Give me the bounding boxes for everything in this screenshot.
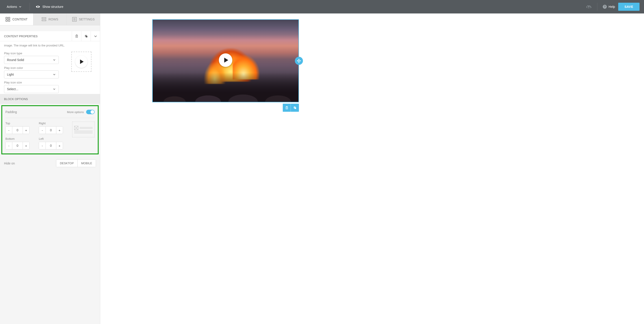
- collapse-button[interactable]: [90, 31, 100, 41]
- padding-top-label: Top: [6, 122, 31, 125]
- content-properties-header: CONTENT PROPERTIES: [0, 31, 100, 41]
- show-structure-label: Show structure: [42, 5, 63, 9]
- play-icon-size-value: Select...: [7, 87, 18, 91]
- padding-top-stepper: - +: [6, 126, 30, 134]
- play-button-overlay[interactable]: [219, 53, 232, 67]
- play-icon-size-select[interactable]: Select...: [4, 85, 59, 93]
- cloud-upload-icon[interactable]: [586, 5, 592, 9]
- content-properties-title: CONTENT PROPERTIES: [4, 35, 72, 38]
- padding-left-label: Left: [39, 137, 64, 140]
- show-structure-toggle[interactable]: Show structure: [36, 5, 63, 9]
- svg-rect-5: [42, 18, 46, 19]
- play-icon-type-value: Round Solid: [7, 58, 24, 62]
- tab-settings[interactable]: SETTINGS: [67, 14, 100, 25]
- increment-button[interactable]: +: [56, 142, 63, 149]
- tab-content-label: CONTENT: [12, 18, 28, 21]
- sidebar: CONTENT ROWS SETTINGS CONTENT PROPERTIES…: [0, 14, 100, 324]
- svg-rect-1: [6, 17, 8, 19]
- sidebar-tabs: CONTENT ROWS SETTINGS: [0, 14, 100, 25]
- padding-bottom-stepper: - +: [6, 142, 30, 149]
- play-circle-icon: [75, 56, 88, 68]
- decrement-button[interactable]: -: [39, 142, 46, 149]
- video-block[interactable]: [152, 19, 299, 102]
- play-icon-type-label: Play icon type: [4, 52, 68, 55]
- tab-rows[interactable]: ROWS: [34, 14, 67, 25]
- svg-rect-14: [294, 107, 296, 109]
- svg-rect-2: [8, 17, 10, 19]
- svg-point-0: [37, 6, 38, 8]
- padding-right-input[interactable]: [46, 127, 56, 134]
- help-label: Help: [608, 5, 615, 9]
- tab-rows-label: ROWS: [48, 18, 58, 21]
- layout-preview-icon: [72, 122, 95, 137]
- play-icon-preview: [71, 52, 92, 72]
- tab-settings-label: SETTINGS: [79, 18, 95, 21]
- actions-label: Actions: [7, 5, 17, 9]
- padding-left-stepper: - +: [39, 142, 63, 149]
- top-bar: Actions Show structure ? Help SAVE: [0, 0, 644, 14]
- help-icon: ?: [603, 5, 607, 9]
- more-options-label: More options: [67, 110, 84, 114]
- padding-bottom-input[interactable]: [12, 142, 23, 149]
- svg-rect-12: [86, 36, 88, 38]
- svg-rect-6: [42, 20, 46, 21]
- settings-icon: [72, 17, 77, 22]
- padding-label: Padding: [6, 110, 17, 114]
- delete-button[interactable]: [72, 31, 81, 41]
- eye-icon: [36, 5, 40, 8]
- description-text: image. The image will link to the provid…: [4, 44, 96, 48]
- padding-right-label: Right: [39, 122, 64, 125]
- hide-on-buttons: DESKTOP MOBILE: [56, 159, 96, 167]
- content-icon: [6, 17, 10, 22]
- divider: [30, 3, 30, 11]
- duplicate-button[interactable]: [81, 31, 90, 41]
- play-icon-color-value: Light: [7, 73, 14, 76]
- hide-on-desktop-button[interactable]: DESKTOP: [56, 160, 78, 167]
- tab-content[interactable]: CONTENT: [0, 14, 34, 25]
- play-icon-color-label: Play icon color: [4, 66, 68, 70]
- increment-button[interactable]: +: [56, 127, 63, 134]
- rows-icon: [42, 17, 46, 22]
- play-icon-color-select[interactable]: Light: [4, 71, 59, 79]
- padding-right-stepper: - +: [39, 126, 63, 134]
- decrement-button[interactable]: -: [6, 142, 12, 149]
- hide-on-label: Hide on: [4, 162, 15, 165]
- increment-button[interactable]: +: [23, 127, 29, 134]
- padding-bottom-label: Bottom: [6, 137, 31, 140]
- canvas-area[interactable]: [100, 14, 644, 324]
- padding-top-input[interactable]: [12, 127, 23, 134]
- svg-rect-3: [6, 20, 8, 21]
- increment-button[interactable]: +: [23, 142, 29, 149]
- chevron-down-icon: [53, 58, 56, 62]
- padding-section-highlight: Padding More options Top - + Right: [1, 105, 99, 154]
- hide-on-mobile-button[interactable]: MOBILE: [78, 160, 96, 167]
- chevron-down-icon: [53, 73, 56, 76]
- play-icon-type-select[interactable]: Round Solid: [4, 56, 59, 64]
- decrement-button[interactable]: -: [6, 127, 12, 134]
- block-action-buttons: [283, 104, 299, 112]
- chevron-down-icon: [19, 6, 22, 8]
- more-options-toggle[interactable]: [86, 110, 95, 114]
- save-button[interactable]: SAVE: [618, 3, 640, 11]
- block-delete-button[interactable]: [283, 104, 291, 112]
- move-handle[interactable]: [295, 57, 303, 65]
- padding-left-input[interactable]: [46, 142, 56, 149]
- decrement-button[interactable]: -: [39, 127, 46, 134]
- block-options-header: BLOCK OPTIONS: [0, 94, 100, 104]
- play-icon-size-label: Play icon size: [4, 81, 68, 84]
- block-duplicate-button[interactable]: [291, 104, 299, 112]
- actions-menu-button[interactable]: Actions: [4, 4, 24, 10]
- chevron-down-icon: [53, 88, 56, 91]
- help-link[interactable]: ? Help: [603, 5, 615, 9]
- svg-rect-4: [8, 20, 10, 21]
